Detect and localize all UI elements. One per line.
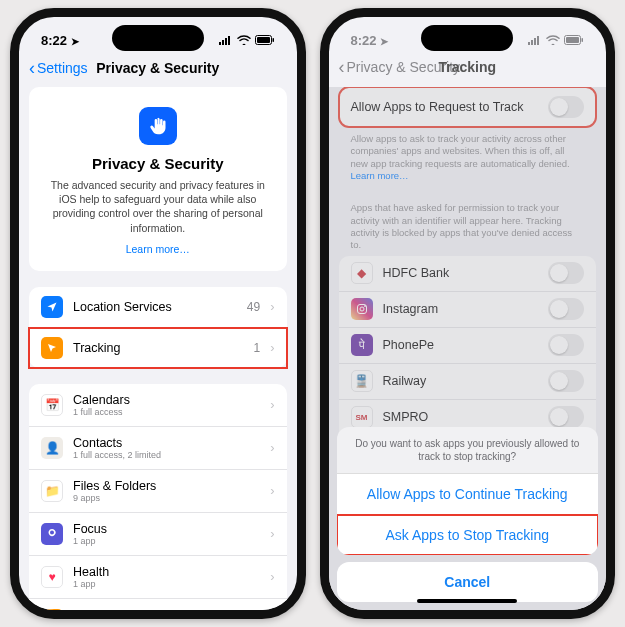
svg-rect-6 bbox=[272, 38, 274, 42]
allow-tracking-row[interactable]: Allow Apps to Request to Track bbox=[339, 87, 597, 127]
app-row-instagram[interactable]: Instagram bbox=[339, 292, 597, 328]
svg-rect-5 bbox=[257, 37, 270, 43]
footer-text-1: Allow apps to ask to track your activity… bbox=[339, 127, 597, 182]
status-icons bbox=[219, 35, 275, 45]
hdfc-icon: ◆ bbox=[351, 262, 373, 284]
row-detail: 1 bbox=[253, 341, 260, 355]
svg-rect-8 bbox=[531, 40, 533, 45]
row-label: Calendars bbox=[73, 393, 260, 407]
list-row-health[interactable]: ♥ Health 1 app › bbox=[29, 556, 287, 599]
health-icon: ♥ bbox=[41, 566, 63, 588]
wifi-icon bbox=[546, 35, 560, 45]
row-label: Railway bbox=[383, 374, 539, 388]
location-icon bbox=[41, 296, 63, 318]
app-row-railway[interactable]: 🚆 Railway bbox=[339, 364, 597, 400]
cellular-icon bbox=[219, 35, 233, 45]
row-label: HDFC Bank bbox=[383, 266, 539, 280]
railway-icon: 🚆 bbox=[351, 370, 373, 392]
toggle[interactable] bbox=[548, 370, 584, 392]
smpro-icon: SM bbox=[351, 406, 373, 428]
action-sheet: Do you want to ask apps you previously a… bbox=[337, 427, 599, 602]
svg-rect-10 bbox=[537, 36, 539, 45]
row-label: Health bbox=[73, 565, 260, 579]
calendars-icon: 📅 bbox=[41, 394, 63, 416]
allow-tracking-toggle[interactable] bbox=[548, 96, 584, 118]
svg-rect-7 bbox=[528, 42, 530, 45]
row-sub: 1 full access, 2 limited bbox=[73, 450, 260, 460]
row-label: Files & Folders bbox=[73, 479, 260, 493]
time-text: 8:22 bbox=[351, 33, 377, 48]
list-row-location[interactable]: Location Services 49 › bbox=[29, 287, 287, 328]
contacts-icon: 👤 bbox=[41, 437, 63, 459]
row-label: Focus bbox=[73, 522, 260, 536]
wifi-icon bbox=[237, 35, 251, 45]
row-sub: 9 apps bbox=[73, 493, 260, 503]
list-row-focus[interactable]: Focus 1 app › bbox=[29, 513, 287, 556]
intro-body: The advanced security and privacy featur… bbox=[45, 178, 271, 235]
row-label: Tracking bbox=[73, 341, 243, 355]
row-sub: 1 app bbox=[73, 536, 260, 546]
phone-left: 8:22 ➤ ‹ Settings Privacy & Security bbox=[10, 8, 306, 619]
cellular-icon bbox=[528, 35, 542, 45]
svg-point-15 bbox=[360, 307, 364, 311]
toggle[interactable] bbox=[548, 262, 584, 284]
location-arrow-icon: ➤ bbox=[71, 36, 79, 47]
svg-rect-12 bbox=[566, 37, 579, 43]
list-row-tracking[interactable]: Tracking 1 › bbox=[29, 328, 287, 368]
app-row-hdfc[interactable]: ◆ HDFC Bank bbox=[339, 256, 597, 292]
svg-rect-0 bbox=[219, 42, 221, 45]
instagram-icon bbox=[351, 298, 373, 320]
files-icon: 📁 bbox=[41, 480, 63, 502]
intro-heading: Privacy & Security bbox=[45, 155, 271, 172]
toggle[interactable] bbox=[548, 334, 584, 356]
chevron-right-icon: › bbox=[270, 299, 274, 314]
dynamic-island bbox=[112, 25, 204, 51]
battery-icon bbox=[564, 35, 584, 45]
cancel-button[interactable]: Cancel bbox=[337, 562, 599, 602]
chevron-right-icon: › bbox=[270, 397, 274, 412]
homekit-icon bbox=[41, 609, 63, 610]
learn-more-link[interactable]: Learn more… bbox=[126, 243, 190, 255]
group-data-access: 📅 Calendars 1 full access › 👤 Contacts 1… bbox=[29, 384, 287, 610]
toggle[interactable] bbox=[548, 298, 584, 320]
chevron-right-icon: › bbox=[270, 440, 274, 455]
row-label: Location Services bbox=[73, 300, 237, 314]
hand-icon bbox=[139, 107, 177, 145]
row-label: HomeKit bbox=[73, 608, 260, 610]
list-row-homekit[interactable]: HomeKit None › bbox=[29, 599, 287, 610]
row-sub: 1 full access bbox=[73, 407, 260, 417]
home-indicator[interactable] bbox=[417, 599, 517, 603]
chevron-right-icon: › bbox=[270, 526, 274, 541]
chevron-right-icon: › bbox=[270, 340, 274, 355]
row-label: Contacts bbox=[73, 436, 260, 450]
row-label: Instagram bbox=[383, 302, 539, 316]
svg-rect-13 bbox=[582, 38, 584, 42]
row-label: PhonePe bbox=[383, 338, 539, 352]
row-detail: 49 bbox=[247, 300, 260, 314]
status-time: 8:22 ➤ bbox=[41, 33, 79, 48]
list-row-contacts[interactable]: 👤 Contacts 1 full access, 2 limited › bbox=[29, 427, 287, 470]
page-title: Privacy & Security bbox=[19, 60, 297, 76]
battery-icon bbox=[255, 35, 275, 45]
learn-more-link[interactable]: Learn more… bbox=[351, 170, 409, 181]
app-row-phonepe[interactable]: पे PhonePe bbox=[339, 328, 597, 364]
toggle[interactable] bbox=[548, 406, 584, 428]
svg-point-16 bbox=[364, 306, 365, 307]
location-arrow-icon: ➤ bbox=[380, 36, 388, 47]
status-icons bbox=[528, 35, 584, 45]
ask-stop-button[interactable]: Ask Apps to Stop Tracking bbox=[337, 515, 599, 555]
group-location-tracking: Location Services 49 › Tracking 1 › bbox=[29, 287, 287, 368]
svg-rect-2 bbox=[225, 38, 227, 45]
status-time: 8:22 ➤ bbox=[351, 33, 389, 48]
phonepe-icon: पे bbox=[351, 334, 373, 356]
list-row-files[interactable]: 📁 Files & Folders 9 apps › bbox=[29, 470, 287, 513]
dynamic-island bbox=[421, 25, 513, 51]
svg-rect-1 bbox=[222, 40, 224, 45]
list-row-calendars[interactable]: 📅 Calendars 1 full access › bbox=[29, 384, 287, 427]
svg-rect-3 bbox=[228, 36, 230, 45]
row-sub: 1 app bbox=[73, 579, 260, 589]
intro-card: Privacy & Security The advanced security… bbox=[29, 87, 287, 271]
allow-continue-button[interactable]: Allow Apps to Continue Tracking bbox=[337, 474, 599, 515]
focus-icon bbox=[41, 523, 63, 545]
sheet-message: Do you want to ask apps you previously a… bbox=[337, 427, 599, 474]
